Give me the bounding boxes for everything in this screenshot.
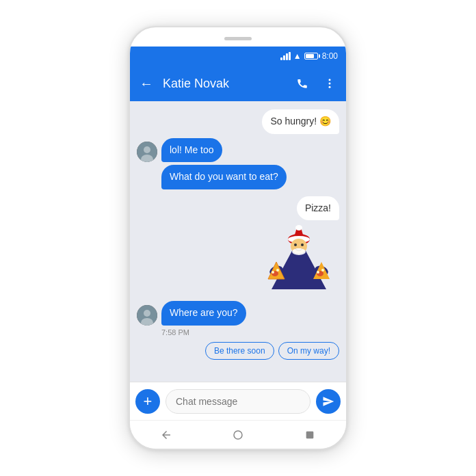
svg-point-25 [317,271,319,274]
quick-reply-on-my-way[interactable]: On my way! [278,342,339,360]
message-row: lol! Me too [137,138,339,163]
sticker-row [137,224,339,293]
nav-back-button[interactable] [153,421,180,449]
battery-icon [304,53,318,60]
avatar [137,305,157,326]
svg-rect-30 [306,431,314,438]
signal-icon [280,52,291,60]
phone-icon [296,77,308,90]
message-row: Where are you? [137,301,339,326]
phone: ▲ 8:00 ← Katie Novak [129,26,347,450]
svg-point-29 [234,431,242,439]
svg-point-16 [292,248,306,255]
status-bar: ▲ 8:00 [130,47,346,66]
call-button[interactable] [291,72,313,94]
svg-point-21 [272,271,274,274]
app-bar-actions [291,72,341,94]
nav-home-button[interactable] [224,421,252,449]
svg-point-11 [295,225,302,230]
message-row: Pizza! [137,196,339,221]
message-bubble: lol! Me too [161,138,222,163]
message-row: What do you want to eat? [137,165,339,189]
quick-reply-be-there-soon[interactable]: Be there soon [205,342,274,360]
send-icon [322,395,334,408]
svg-point-4 [144,146,150,153]
chat-input[interactable] [166,389,310,414]
nav-home-icon [232,429,244,441]
message-text: What do you want to eat? [170,171,278,182]
svg-point-1 [329,83,331,85]
quick-reply-row: Be there soon On my way! [137,342,339,360]
send-button[interactable] [316,389,341,414]
message-timestamp: 7:58 PM [161,328,339,336]
more-options-button[interactable] [319,72,341,94]
app-bar: ← Katie Novak [130,66,346,101]
message-bubble: Pizza! [297,196,339,221]
status-time: 8:00 [322,51,338,61]
wifi-icon: ▲ [293,51,302,61]
phone-speaker [224,37,252,40]
svg-point-20 [276,269,279,272]
message-bubble: Where are you? [161,301,246,326]
message-text: So hungry! 😊 [270,116,331,127]
sticker-pizza [261,224,336,293]
message-text: lol! Me too [170,144,214,155]
message-text: Pizza! [305,202,331,213]
svg-point-2 [329,86,331,88]
back-button[interactable]: ← [135,72,157,94]
svg-point-27 [144,310,150,317]
message-bubble: So hungry! 😊 [262,109,339,134]
svg-point-15 [301,243,304,246]
contact-name: Katie Novak [163,77,286,91]
more-icon [323,77,336,90]
nav-bar [130,420,346,449]
message-row: So hungry! 😊 [137,109,339,134]
nav-back-icon [160,429,172,441]
svg-point-14 [294,243,297,246]
status-icons: ▲ 8:00 [280,51,338,61]
message-bubble: What do you want to eat? [161,165,287,189]
svg-point-0 [329,79,331,81]
nav-recent-icon [304,429,315,440]
input-bar: + [130,382,346,420]
chat-area: So hungry! 😊 lol! Me too What do you wan… [130,101,346,382]
avatar [137,142,157,162]
nav-recent-button[interactable] [296,421,323,449]
message-text: Where are you? [170,307,238,318]
add-button[interactable]: + [135,389,160,414]
svg-point-24 [321,269,324,272]
